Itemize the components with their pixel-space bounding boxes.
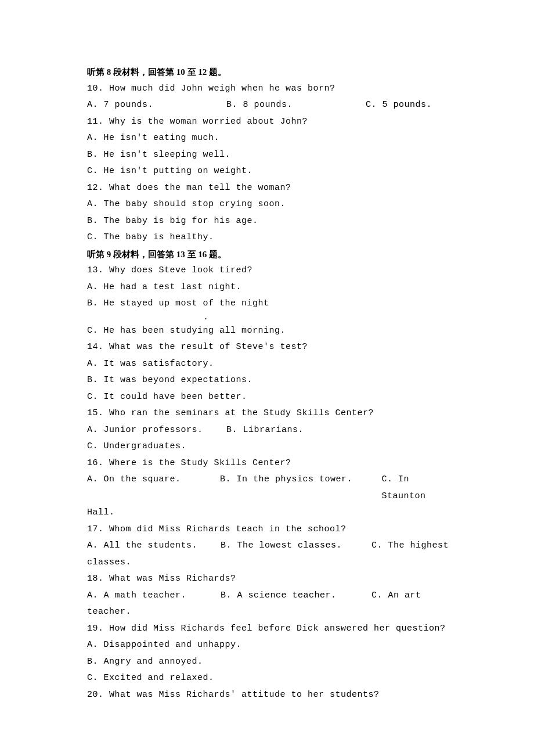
question-10-options: A. 7 pounds. B. 8 pounds. C. 5 pounds.: [87, 97, 459, 114]
q14-option-a: A. It was satisfactory.: [87, 356, 459, 373]
q18-option-c: C. An art: [371, 588, 421, 604]
question-11-text: 11. Why is the woman worried about John?: [87, 114, 459, 131]
q12-option-c: C. The baby is healthy.: [87, 229, 459, 246]
question-17-options: A. All the students. B. The lowest class…: [87, 538, 459, 555]
question-17-text: 17. Whom did Miss Richards teach in the …: [87, 521, 459, 538]
q13-option-a: A. He had a test last night.: [87, 279, 459, 296]
q16-option-a: A. On the square.: [87, 471, 220, 505]
question-15-text: 15. Who ran the seminars at the Study Sk…: [87, 405, 459, 422]
q19-option-c: C. Excited and relaxed.: [87, 670, 459, 687]
question-18-text: 18. What was Miss Richards?: [87, 571, 459, 588]
q10-option-c: C. 5 pounds.: [366, 97, 432, 114]
q11-option-b: B. He isn't sleeping well.: [87, 147, 459, 164]
q16-option-c: C. In Staunton: [382, 471, 459, 505]
section-8-header: 听第 8 段材料，回答第 10 至 12 题。: [87, 64, 459, 81]
q11-option-c: C. He isn't putting on weight.: [87, 163, 459, 180]
q17-option-c-cont: classes.: [87, 555, 459, 571]
question-18-options: A. A math teacher. B. A science teacher.…: [87, 588, 459, 604]
q18-option-a: A. A math teacher.: [87, 588, 221, 604]
q15-option-b: B. Librarians.: [226, 422, 366, 439]
question-13-text: 13. Why does Steve look tired?: [87, 262, 459, 279]
question-15-options-ab: A. Junior professors. B. Librarians.: [87, 422, 459, 439]
q12-option-b: B. The baby is big for his age.: [87, 213, 459, 230]
q14-option-c: C. It could have been better.: [87, 389, 459, 406]
question-16-text: 16. Where is the Study Skills Center?: [87, 455, 459, 472]
q17-option-a: A. All the students.: [87, 538, 221, 555]
page-container: 听第 8 段材料，回答第 10 至 12 题。 10. How much did…: [0, 0, 534, 756]
q17-option-c: C. The highest: [371, 538, 449, 555]
q13-option-b: B. He stayed up most of the night: [87, 296, 459, 312]
q13-option-c: C. He has been studying all morning.: [87, 323, 459, 340]
section-9-header: 听第 9 段材料，回答第 13 至 16 题。: [87, 246, 459, 263]
question-12-text: 12. What does the man tell the woman?: [87, 180, 459, 197]
q17-option-b: B. The lowest classes.: [221, 538, 371, 555]
q14-option-b: B. It was beyond expectations.: [87, 372, 459, 389]
question-20-text: 20. What was Miss Richards' attitude to …: [87, 687, 459, 704]
q12-option-a: A. The baby should stop crying soon.: [87, 196, 459, 213]
q19-option-b: B. Angry and annoyed.: [87, 654, 459, 671]
q11-option-a: A. He isn't eating much.: [87, 130, 459, 147]
q18-option-c-cont: teacher.: [87, 604, 459, 621]
q13-option-b-sub: .: [87, 312, 459, 323]
q15-option-c: C. Undergraduates.: [87, 438, 459, 455]
question-16-options: A. On the square. B. In the physics towe…: [87, 471, 459, 505]
question-19-text: 19. How did Miss Richards feel before Di…: [87, 621, 459, 638]
question-10-text: 10. How much did John weigh when he was …: [87, 81, 459, 98]
q19-option-a: A. Disappointed and unhappy.: [87, 637, 459, 654]
question-14-text: 14. What was the result of Steve's test?: [87, 339, 459, 356]
q10-option-b: B. 8 pounds.: [226, 97, 366, 114]
q18-option-b: B. A science teacher.: [221, 588, 371, 604]
q16-option-b: B. In the physics tower.: [220, 471, 382, 505]
q15-option-a: A. Junior professors.: [87, 422, 226, 439]
q10-option-a: A. 7 pounds.: [87, 97, 226, 114]
q16-option-c-cont: Hall.: [87, 505, 459, 521]
